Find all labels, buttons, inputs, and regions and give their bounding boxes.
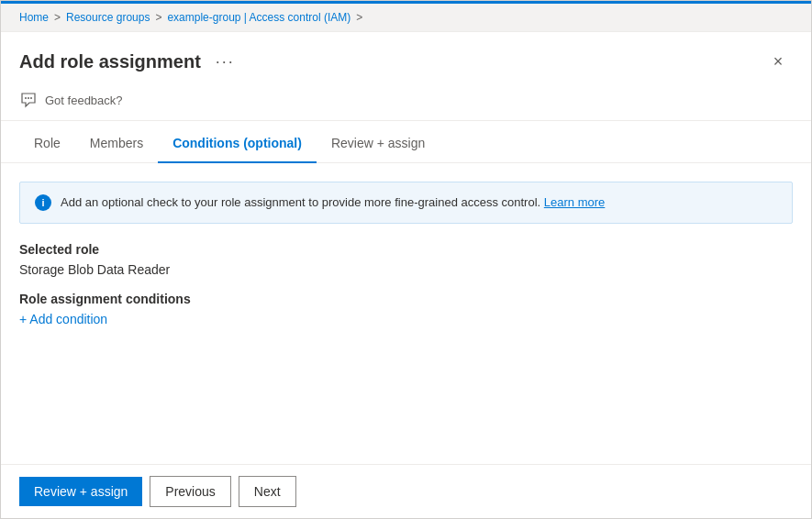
svg-point-0 xyxy=(25,97,27,99)
main-content: i Add an optional check to your role ass… xyxy=(1,163,811,464)
next-button[interactable]: Next xyxy=(239,476,296,507)
tab-members[interactable]: Members xyxy=(75,125,158,163)
selected-role-value: Storage Blob Data Reader xyxy=(19,262,793,277)
previous-button[interactable]: Previous xyxy=(150,476,230,507)
info-icon: i xyxy=(35,194,51,211)
breadcrumb-separator-2: > xyxy=(155,11,161,24)
svg-point-2 xyxy=(30,97,32,99)
feedback-label: Got feedback? xyxy=(45,94,123,107)
close-button[interactable]: × xyxy=(763,47,793,76)
breadcrumb-resource-groups[interactable]: Resource groups xyxy=(66,11,150,24)
tabs-bar: Role Members Conditions (optional) Revie… xyxy=(1,125,811,163)
tab-role[interactable]: Role xyxy=(19,125,75,163)
add-condition-button[interactable]: + Add condition xyxy=(19,312,107,326)
breadcrumb-separator-3: > xyxy=(356,11,362,24)
breadcrumb-iam[interactable]: example-group | Access control (IAM) xyxy=(167,11,350,24)
learn-more-link[interactable]: Learn more xyxy=(544,195,605,209)
tab-review-assign[interactable]: Review + assign xyxy=(317,125,439,163)
footer: Review + assign Previous Next xyxy=(1,464,811,518)
dialog-title: Add role assignment xyxy=(19,51,201,72)
svg-point-1 xyxy=(28,97,29,99)
breadcrumb: Home > Resource groups > example-group |… xyxy=(1,4,811,32)
tab-conditions[interactable]: Conditions (optional) xyxy=(158,125,317,163)
info-text: Add an optional check to your role assig… xyxy=(61,193,605,212)
review-assign-button[interactable]: Review + assign xyxy=(19,477,142,506)
breadcrumb-separator-1: > xyxy=(54,11,61,24)
feedback-bar: Got feedback? xyxy=(1,83,811,121)
breadcrumb-home[interactable]: Home xyxy=(19,11,49,24)
info-box: i Add an optional check to your role ass… xyxy=(19,182,793,224)
ellipsis-button[interactable]: ··· xyxy=(210,50,240,73)
selected-role-title: Selected role xyxy=(19,242,793,257)
dialog-window: Home > Resource groups > example-group |… xyxy=(0,0,812,519)
feedback-icon xyxy=(19,91,38,109)
dialog-header: Add role assignment ··· × xyxy=(1,32,811,83)
dialog-title-row: Add role assignment ··· xyxy=(19,50,240,73)
conditions-title: Role assignment conditions xyxy=(19,292,793,306)
